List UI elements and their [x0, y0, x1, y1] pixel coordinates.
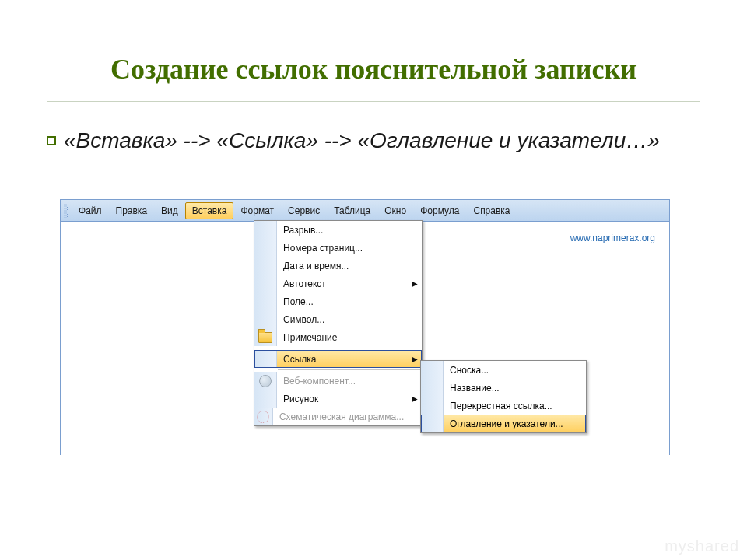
dropdown-item-icon-col: [254, 221, 277, 239]
bullet-text: «Вставка» --> «Ссылка» --> «Оглавление и…: [64, 127, 660, 154]
dropdown-item-icon-col: [254, 408, 273, 425]
submenu-item[interactable]: Оглавление и указатели...: [421, 415, 586, 432]
dropdown-item[interactable]: Разрыв...: [254, 221, 422, 239]
dropdown-item[interactable]: Дата и время...: [254, 257, 422, 275]
menu-item[interactable]: Вставка: [185, 202, 234, 219]
dropdown-item-icon-col: [254, 275, 277, 292]
site-watermark: myshared: [665, 537, 739, 555]
submenu-arrow-icon: ▶: [408, 279, 422, 288]
menu-separator: [278, 369, 422, 370]
submenu-item[interactable]: Сноска...: [421, 361, 586, 379]
submenu-item-label: Перекрестная ссылка...: [444, 401, 586, 411]
submenu-item-label: Сноска...: [444, 365, 586, 376]
dropdown-item-label: Рисунок: [277, 394, 408, 404]
dropdown-item[interactable]: Рисунок▶: [254, 390, 422, 408]
globe-icon: [259, 375, 272, 387]
dropdown-item[interactable]: Ссылка▶: [254, 350, 422, 368]
dropdown-item: Схематическая диаграмма...: [254, 408, 422, 425]
menu-item[interactable]: Правка: [109, 202, 155, 219]
menu-item[interactable]: Сервис: [281, 202, 327, 219]
dropdown-item-label: Ссылка: [277, 350, 408, 368]
submenu-item-icon-col: [421, 415, 444, 432]
dropdown-item-icon-col: [254, 372, 277, 390]
dropdown-item[interactable]: Примечание: [254, 328, 422, 346]
toolbar-grip-icon: [64, 204, 68, 218]
menubar: ФайлПравкаВидВставкаФорматСервисТаблицаО…: [60, 199, 670, 222]
dropdown-item-label: Поле...: [277, 296, 408, 307]
dropdown-item-icon-col: [254, 292, 277, 310]
dropdown-item[interactable]: Поле...: [254, 292, 422, 310]
dropdown-item-label: Схематическая диаграмма...: [273, 411, 410, 422]
dropdown-item[interactable]: Автотекст▶: [254, 275, 422, 292]
bullet-row: «Вставка» --> «Ссылка» --> «Оглавление и…: [47, 127, 700, 154]
slide-title: Создание ссылок пояснительной записки: [47, 53, 700, 86]
insert-menu-dropdown: Разрыв...Номера страниц...Дата и время..…: [254, 220, 423, 426]
dropdown-item-label: Дата и время...: [277, 261, 408, 271]
menu-item[interactable]: Формат: [233, 202, 281, 219]
dropdown-item[interactable]: Номера страниц...: [254, 239, 422, 257]
bullet-marker-icon: [47, 136, 56, 145]
dropdown-item-icon-col: [254, 390, 277, 408]
menu-item[interactable]: Таблица: [327, 202, 377, 219]
title-divider: [47, 101, 700, 102]
menu-separator: [278, 348, 422, 348]
word-screenshot: ФайлПравкаВидВставкаФорматСервисТаблицаО…: [60, 199, 670, 455]
dropdown-item-icon-col: [254, 328, 277, 346]
chart-icon: [257, 411, 269, 423]
menu-item[interactable]: Файл: [72, 202, 109, 219]
slide: Создание ссылок пояснительной записки «В…: [0, 0, 747, 560]
submenu-item-label: Оглавление и указатели...: [444, 415, 586, 432]
link-submenu: Сноска...Название...Перекрестная ссылка.…: [420, 360, 587, 433]
submenu-item-icon-col: [421, 361, 444, 379]
folder-icon: [258, 332, 272, 343]
dropdown-item-icon-col: [254, 310, 277, 328]
dropdown-item-label: Символ...: [277, 314, 408, 325]
dropdown-item-icon-col: [254, 239, 277, 257]
dropdown-item-label: Веб-компонент...: [277, 376, 408, 387]
submenu-item-icon-col: [421, 379, 444, 397]
dropdown-item-label: Автотекст: [277, 278, 408, 289]
dropdown-item-label: Примечание: [277, 332, 408, 343]
menu-item[interactable]: Вид: [154, 202, 185, 219]
submenu-item-icon-col: [421, 397, 444, 415]
menu-item[interactable]: Справка: [466, 202, 517, 219]
dropdown-item-icon-col: [254, 257, 277, 275]
menu-item[interactable]: Окно: [377, 202, 413, 219]
submenu-item[interactable]: Название...: [421, 379, 586, 397]
dropdown-item-label: Разрыв...: [277, 225, 408, 236]
submenu-item-label: Название...: [444, 383, 586, 394]
dropdown-item[interactable]: Символ...: [254, 310, 422, 328]
dropdown-item-label: Номера страниц...: [277, 243, 408, 254]
dropdown-item-icon-col: [254, 350, 277, 368]
dropdown-item: Веб-компонент...: [254, 372, 422, 390]
menu-item[interactable]: Формула: [413, 202, 466, 219]
watermark-url: www.naprimerax.org: [570, 233, 655, 243]
submenu-item[interactable]: Перекрестная ссылка...: [421, 397, 586, 415]
